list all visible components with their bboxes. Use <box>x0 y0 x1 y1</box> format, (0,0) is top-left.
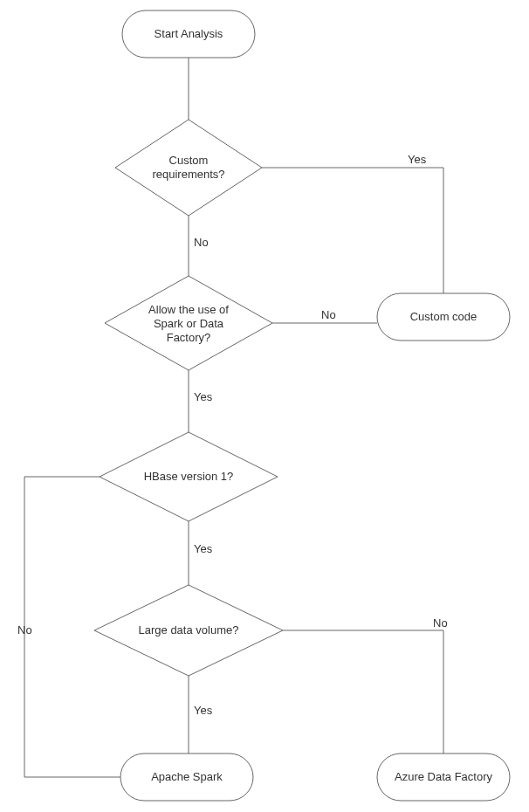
edge-no-4: No <box>433 616 448 630</box>
result-apache-spark-label: Apache Spark <box>151 770 223 783</box>
decision-large-data-label: Large data volume? <box>139 623 239 637</box>
decision-custom-requirements-label-1: Custom <box>169 154 209 167</box>
decision-hbase-label: HBase version 1? <box>144 470 234 483</box>
edge-yes-4: Yes <box>194 704 213 717</box>
edge-no-1: No <box>194 236 209 249</box>
result-azure-data-factory-label: Azure Data Factory <box>395 770 492 783</box>
decision-allow-spark-label-2: Spark or Data <box>154 317 224 330</box>
edge-yes-1: Yes <box>408 153 427 166</box>
decision-allow-spark-label-3: Factory? <box>167 331 211 344</box>
edge-no-3: No <box>17 623 32 637</box>
decision-allow-spark-label-1: Allow the use of <box>148 303 229 316</box>
decision-custom-requirements-label-2: requirements? <box>152 168 224 181</box>
connector <box>262 168 443 293</box>
edge-yes-3: Yes <box>194 542 213 555</box>
connector <box>283 630 443 754</box>
result-custom-code-label: Custom code <box>410 310 477 323</box>
edge-no-2: No <box>321 308 336 321</box>
edge-yes-2: Yes <box>194 390 213 403</box>
start-label: Start Analysis <box>155 27 223 40</box>
